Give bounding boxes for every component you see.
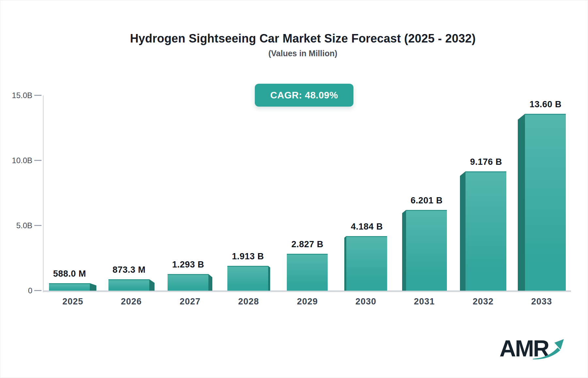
upward-trend-arrow-icon: [531, 335, 565, 361]
bar-3d-side: [460, 171, 466, 291]
x-axis-label-2030: 2030: [340, 297, 392, 307]
bar-2029: [287, 254, 328, 291]
y-axis-tick: [34, 290, 41, 291]
bar-3d-side: [518, 114, 525, 291]
y-axis-tick: [34, 160, 41, 161]
x-axis-label-2027: 2027: [164, 297, 216, 307]
bar-value-label: 2.827 B: [271, 239, 343, 249]
bar-3d-side: [402, 210, 406, 291]
bar-2025: [49, 283, 90, 291]
bar-2033: [525, 114, 566, 291]
bar-3d-side: [208, 274, 212, 291]
bar-value-label: 6.201 B: [391, 196, 463, 206]
x-axis-label-2032: 2032: [457, 297, 509, 307]
amr-logo: AMR: [499, 337, 568, 367]
bar-value-label: 9.176 B: [450, 157, 522, 167]
y-axis-line: [43, 95, 44, 292]
y-axis-label: 5.0B: [5, 221, 32, 230]
y-axis-label: 0: [5, 286, 32, 295]
x-axis-label-2031: 2031: [398, 297, 450, 307]
x-axis-label-2028: 2028: [222, 297, 275, 307]
bar-3d-side: [90, 283, 96, 291]
bar-value-label: 4.184 B: [331, 222, 403, 232]
y-axis-tick: [34, 225, 41, 226]
bar-value-label: 13.60 B: [510, 99, 581, 110]
plot-area: 05.0B10.0B15.0B588.0 M2025873.3 M20261.2…: [0, 0, 588, 378]
x-axis-label-2033: 2033: [515, 297, 568, 307]
bar-2031: [406, 210, 447, 291]
bar-3d-side: [268, 266, 270, 291]
x-axis-label-2025: 2025: [47, 297, 99, 307]
bar-value-label: 1.913 B: [212, 251, 284, 262]
y-axis-tick: [34, 95, 41, 96]
x-axis-label-2029: 2029: [281, 297, 334, 307]
market-forecast-chart: Hydrogen Sightseeing Car Market Size For…: [0, 0, 588, 378]
x-axis-label-2026: 2026: [105, 297, 157, 307]
y-axis-label: 10.0B: [5, 156, 32, 165]
bar-2027: [168, 274, 208, 291]
bar-2030: [346, 236, 387, 291]
bar-2028: [227, 266, 268, 291]
bar-2026: [108, 279, 149, 291]
bar-3d-side: [149, 279, 155, 291]
bar-2032: [466, 171, 506, 291]
y-axis-label: 15.0B: [5, 91, 32, 100]
